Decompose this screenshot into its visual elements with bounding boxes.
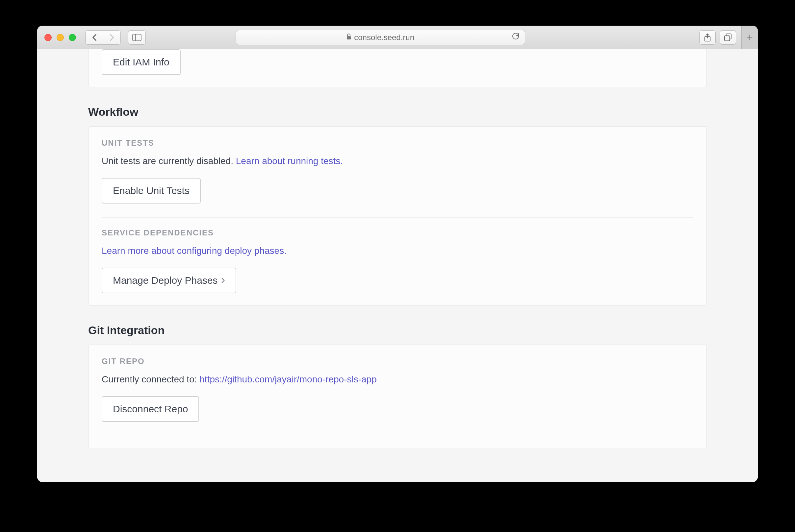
service-deps-text: Learn more about configuring deploy phas… <box>102 244 693 258</box>
unit-tests-label: UNIT TESTS <box>102 138 693 148</box>
maximize-window-button[interactable] <box>69 34 76 41</box>
toolbar-right-group: + <box>699 26 751 49</box>
window-controls <box>44 34 76 41</box>
unit-tests-status: Unit tests are currently disabled. <box>102 156 236 166</box>
git-divider <box>102 436 693 436</box>
chevron-right-icon <box>221 276 225 286</box>
workflow-card: UNIT TESTS Unit tests are currently disa… <box>88 126 707 305</box>
git-integration-heading: Git Integration <box>88 324 707 337</box>
sidebar-toggle-button[interactable] <box>128 30 146 45</box>
page-content: Edit IAM Info Workflow UNIT TESTS Unit t… <box>37 49 758 482</box>
svg-rect-0 <box>133 34 141 41</box>
git-card: GIT REPO Currently connected to: https:/… <box>88 345 707 448</box>
unit-tests-text: Unit tests are currently disabled. Learn… <box>102 154 693 168</box>
git-repo-prefix: Currently connected to: <box>102 374 199 384</box>
manage-deploy-phases-label: Manage Deploy Phases <box>113 275 218 286</box>
disconnect-repo-button[interactable]: Disconnect Repo <box>102 396 199 422</box>
iam-card: Edit IAM Info <box>88 49 707 87</box>
svg-rect-2 <box>347 36 351 39</box>
close-window-button[interactable] <box>44 34 52 41</box>
share-button[interactable] <box>699 30 716 45</box>
browser-window: console.seed.run + Edit IAM Info Workflo… <box>37 26 758 482</box>
learn-running-tests-link[interactable]: Learn about running tests. <box>236 156 343 166</box>
tabs-button[interactable] <box>720 30 736 45</box>
git-repo-text: Currently connected to: https://github.c… <box>102 373 693 386</box>
service-deps-label: SERVICE DEPENDENCIES <box>102 228 693 238</box>
forward-button[interactable] <box>103 30 121 45</box>
enable-unit-tests-button[interactable]: Enable Unit Tests <box>102 178 201 204</box>
lock-icon <box>346 33 351 41</box>
minimize-window-button[interactable] <box>57 34 64 41</box>
learn-deploy-phases-link[interactable]: Learn more about configuring deploy phas… <box>102 246 286 256</box>
workflow-divider <box>102 217 693 218</box>
browser-toolbar: console.seed.run + <box>37 26 758 49</box>
manage-deploy-phases-button[interactable]: Manage Deploy Phases <box>102 268 236 293</box>
new-tab-button[interactable]: + <box>741 26 758 49</box>
git-repo-label: GIT REPO <box>102 357 693 366</box>
edit-iam-button[interactable]: Edit IAM Info <box>102 49 181 75</box>
nav-buttons <box>85 30 121 45</box>
address-bar[interactable]: console.seed.run <box>236 30 525 45</box>
git-repo-link[interactable]: https://github.com/jayair/mono-repo-sls-… <box>199 374 376 384</box>
url-text: console.seed.run <box>354 33 414 42</box>
refresh-icon[interactable] <box>512 32 520 42</box>
back-button[interactable] <box>85 30 103 45</box>
workflow-heading: Workflow <box>88 106 707 118</box>
svg-rect-4 <box>725 36 730 41</box>
